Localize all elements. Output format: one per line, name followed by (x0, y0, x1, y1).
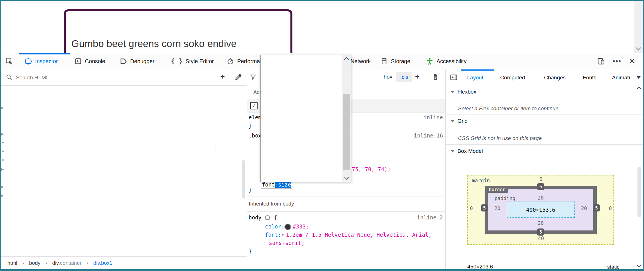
breadcrumb-item-body[interactable]: body (29, 260, 40, 266)
markup-line[interactable] (1, 217, 247, 226)
scroll-up-icon[interactable] (344, 57, 349, 62)
flexbox-section-header[interactable]: Flexbox (451, 89, 476, 95)
twisty-icon[interactable] (1, 138, 5, 147)
margin-left-value[interactable]: 0 (468, 206, 474, 211)
border-top-value[interactable]: 5 (537, 183, 544, 190)
responsive-design-mode-icon[interactable] (597, 57, 605, 65)
all-tabs-menu-button[interactable] (634, 69, 643, 85)
autocomplete-item[interactable] (261, 86, 342, 95)
eyedropper-icon[interactable] (234, 73, 242, 81)
autocomplete-item[interactable] (261, 120, 342, 129)
add-node-button[interactable]: + (220, 72, 225, 81)
padding-left-value[interactable]: 20 (494, 206, 501, 211)
padding-right-value[interactable]: 20 (580, 206, 588, 211)
body-color-property-name[interactable]: color: (265, 223, 284, 230)
element-rule-source-link[interactable]: inline (423, 114, 443, 120)
markup-line[interactable] (1, 200, 247, 209)
border-bottom-value[interactable]: 5 (537, 228, 544, 236)
tab-storage[interactable]: Storage (380, 53, 410, 69)
meatball-menu-icon[interactable]: ••• (613, 57, 621, 65)
scroll-down-icon[interactable] (344, 174, 349, 179)
add-rule-button[interactable]: + (415, 72, 420, 81)
close-devtools-icon[interactable]: ✕ (629, 57, 636, 65)
autocomplete-item[interactable] (261, 170, 342, 179)
markup-line[interactable] (1, 209, 247, 217)
twisty-icon[interactable] (1, 182, 5, 191)
tab-console[interactable]: Console (74, 53, 105, 69)
sidebar-toggle-icon[interactable] (450, 73, 458, 82)
class-panel-button[interactable]: .cls (396, 72, 412, 82)
markup-line[interactable] (1, 86, 247, 94)
page-scrollbar[interactable] (634, 1, 643, 53)
markup-line[interactable] (1, 156, 247, 165)
markup-line[interactable] (1, 173, 247, 182)
markup-line[interactable] (1, 165, 247, 173)
margin-right-value[interactable]: 0 (607, 206, 613, 211)
body-rule-selector[interactable]: body (249, 214, 262, 221)
twisty-icon[interactable] (1, 165, 5, 173)
expander-icon[interactable] (282, 233, 284, 236)
tab-fonts[interactable]: Fonts (583, 70, 596, 85)
autocomplete-item[interactable] (261, 137, 342, 145)
autocomplete-item[interactable] (261, 55, 342, 62)
autocomplete-item[interactable] (261, 162, 342, 171)
twisty-icon[interactable] (1, 147, 5, 156)
breadcrumb-item-html[interactable]: html (7, 260, 17, 266)
autocomplete-item[interactable] (261, 154, 342, 162)
tab-style-editor[interactable]: { } Style Editor (171, 53, 214, 69)
autocomplete-item[interactable] (261, 70, 342, 78)
markup-line[interactable] (1, 103, 247, 112)
tab-computed[interactable]: Computed (500, 70, 525, 85)
tab-inspector[interactable]: Inspector (24, 53, 58, 69)
tab-debugger[interactable]: Debugger (119, 53, 155, 69)
pseudo-class-button[interactable]: :hov (382, 74, 392, 80)
twisty-icon[interactable] (1, 156, 5, 165)
twisty-icon[interactable] (1, 103, 5, 112)
breadcrumb-item-box1[interactable]: div.box1 (93, 260, 113, 266)
sidebar-scrollbar-thumb[interactable] (637, 167, 641, 217)
body-font-property-name[interactable]: font: (265, 232, 281, 238)
scrollbar-thumb[interactable] (343, 94, 350, 170)
body-rule-source-link[interactable]: inline:2 (417, 214, 443, 221)
class-box1-checkbox[interactable]: ✓ (250, 102, 258, 109)
scroll-down-icon[interactable] (636, 45, 641, 50)
markup-line[interactable] (1, 121, 247, 130)
markup-line[interactable] (1, 138, 247, 147)
body-font-property-value[interactable]: 1.2em / 1.5 Helvetica Neue, Helvetica, A… (286, 232, 432, 238)
body-color-property-value[interactable]: #333; (293, 223, 309, 230)
twisty-icon[interactable] (1, 130, 5, 138)
grid-section-header[interactable]: Grid (451, 118, 468, 124)
autocomplete-item[interactable] (261, 112, 342, 120)
autocomplete-item[interactable] (261, 62, 342, 70)
border-left-value[interactable]: 5 (481, 204, 488, 211)
highlight-selector-icon[interactable] (264, 215, 270, 220)
padding-bottom-value[interactable]: 20 (537, 220, 544, 226)
autocomplete-item[interactable] (261, 95, 342, 103)
autocomplete-item[interactable] (261, 103, 342, 112)
box-model-section-header[interactable]: Box Model (451, 148, 483, 154)
margin-top-value[interactable]: 0 (537, 176, 545, 182)
markup-line[interactable] (1, 147, 247, 156)
border-right-value[interactable]: 5 (593, 204, 600, 211)
markup-line[interactable] (1, 94, 247, 103)
tab-accessibility[interactable]: Accessibility (426, 53, 467, 69)
rules-sidebar-divider[interactable] (445, 69, 446, 269)
autocomplete-item[interactable] (261, 78, 342, 87)
markup-line[interactable] (1, 182, 247, 191)
markup-line[interactable] (1, 112, 247, 121)
search-input[interactable] (15, 73, 175, 82)
tab-changes[interactable]: Changes (544, 70, 566, 85)
padding-top-value[interactable]: 20 (537, 195, 544, 201)
tab-layout[interactable]: Layout (467, 70, 483, 85)
body-font-property-value-wrap[interactable]: sans-serif; (269, 240, 305, 246)
autocomplete-scrollbar[interactable] (342, 55, 351, 182)
autocomplete-item[interactable] (261, 145, 342, 154)
markup-rules-divider[interactable] (247, 69, 247, 269)
markup-scrollbar-thumb[interactable] (242, 160, 245, 198)
node-picker-button[interactable] (5, 53, 14, 69)
box1-property-value-tail[interactable]: 75, 70, 74); (352, 166, 391, 172)
tab-animations[interactable]: Animati (612, 70, 630, 85)
box-model-content-box[interactable]: 400×153.6 (507, 202, 575, 218)
margin-bottom-value[interactable]: 40 (537, 236, 545, 241)
markup-line[interactable] (1, 130, 247, 138)
